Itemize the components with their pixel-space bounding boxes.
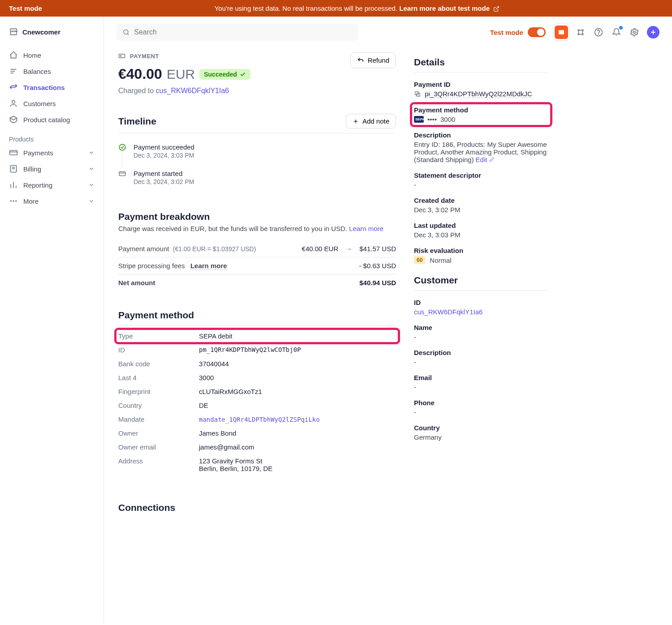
chevron-down-icon	[88, 166, 95, 172]
nav-more[interactable]: More	[0, 193, 103, 209]
customers-icon	[9, 99, 18, 108]
apps-grid-button[interactable]	[575, 27, 586, 38]
top-actions	[555, 26, 659, 39]
svg-point-4	[12, 100, 15, 103]
svg-point-22	[582, 34, 583, 35]
sepa-badge-icon: SEPA	[414, 116, 424, 123]
timeline-item: Payment succeeded Dec 3, 2024, 3:03 PM	[118, 140, 396, 166]
toggle-switch[interactable]	[528, 27, 546, 37]
search-input[interactable]	[134, 28, 352, 36]
pm-row-country: Country DE	[118, 398, 396, 412]
test-mode-banner: Test mode You're using test data. No rea…	[0, 0, 672, 17]
svg-point-33	[120, 56, 121, 57]
connections-title: Connections	[118, 502, 175, 513]
breakdown-row-net: Net amount $40.94 USD	[118, 274, 396, 291]
payment-amount: €40.00	[118, 66, 162, 82]
home-icon	[9, 51, 18, 60]
status-badge: Succeeded	[199, 69, 250, 80]
svg-point-19	[578, 30, 579, 31]
refund-button[interactable]: Refund	[350, 52, 396, 68]
chevron-down-icon	[88, 182, 95, 188]
left-column: PAYMENT €40.00 EUR Succeeded Charged to	[118, 52, 396, 515]
app-switcher-button[interactable]	[555, 26, 568, 39]
details-title: Details	[414, 57, 548, 68]
nav-balances[interactable]: Balances	[0, 63, 103, 79]
pm-row-mandate: Mandate mandate_1QRr4LDPTbhWyQ2lZSPqiLko	[118, 412, 396, 426]
nav-reporting[interactable]: Reporting	[0, 177, 103, 193]
plus-icon	[353, 118, 359, 124]
pm-row-owner-email: Owner email james@gmail.com	[118, 440, 396, 454]
nav-home[interactable]: Home	[0, 47, 103, 63]
check-circle-icon	[118, 143, 126, 151]
svg-point-15	[15, 200, 17, 201]
gear-icon	[630, 28, 639, 37]
payment-eyebrow: PAYMENT	[118, 52, 250, 60]
payment-id-link[interactable]: pi_3QRr4KDPTbhWyQ2l22MDdkJC	[425, 90, 532, 98]
notifications-button[interactable]	[611, 27, 622, 38]
nav-payments[interactable]: Payments	[0, 145, 103, 161]
nav-transactions[interactable]: Transactions	[0, 79, 103, 95]
svg-point-14	[13, 200, 14, 201]
billing-icon	[9, 164, 18, 173]
svg-line-0	[496, 7, 499, 9]
main-content: Test mode	[104, 17, 672, 623]
nav-product-catalog[interactable]: Product catalog	[0, 111, 103, 128]
pm-row-address: Address 123 Gravity Forms St Berlin, Ber…	[118, 454, 396, 475]
svg-rect-5	[10, 150, 17, 155]
details-panel: Details Payment ID pi_3QRr4KDPTbhWyQ2l22…	[414, 52, 548, 515]
plus-icon	[650, 29, 657, 36]
settings-button[interactable]	[629, 27, 640, 38]
svg-point-28	[599, 34, 599, 34]
add-note-button[interactable]: Add note	[346, 114, 396, 128]
breakdown-learn-more-link[interactable]: Learn more	[349, 225, 383, 232]
customer-section-title: Customer	[414, 275, 548, 286]
copy-icon[interactable]	[414, 90, 421, 98]
card-icon	[118, 170, 126, 178]
nav-customers[interactable]: Customers	[0, 95, 103, 111]
svg-point-29	[633, 31, 636, 34]
pencil-icon	[489, 157, 495, 162]
test-mode-toggle[interactable]: Test mode	[490, 27, 546, 37]
search-box[interactable]	[116, 24, 358, 41]
timeline-item: Payment started Dec 3, 2024, 3:02 PM	[118, 166, 396, 193]
customer-id-link[interactable]: cus_RKW6DFqklY1Ia6	[414, 308, 482, 316]
breakdown-row: Stripe processing fees Learn more - $0.6…	[118, 257, 396, 274]
help-button[interactable]	[593, 27, 604, 38]
search-icon	[123, 29, 129, 36]
workspace-selector[interactable]: Cnewcomer	[0, 24, 103, 47]
mandate-link[interactable]: mandate_1QRr4LDPTbhWyQ2lZSPqiLko	[199, 416, 320, 423]
customer-link[interactable]: cus_RKW6DFqklY1Ia6	[156, 87, 229, 94]
topbar: Test mode	[104, 17, 672, 48]
payment-icon	[118, 52, 125, 60]
create-button[interactable]	[647, 26, 659, 39]
svg-point-20	[582, 30, 583, 31]
edit-description-button[interactable]: Edit	[476, 156, 495, 163]
transactions-icon	[9, 83, 18, 92]
banner-title: Test mode	[9, 4, 42, 12]
payment-currency: EUR	[167, 67, 195, 82]
svg-point-13	[10, 200, 12, 201]
undo-icon	[357, 57, 364, 64]
breakdown-description: Charge was received in EUR, but the fund…	[118, 225, 396, 232]
balances-icon	[9, 67, 18, 76]
pm-section-title: Payment method	[118, 310, 194, 321]
payments-icon	[9, 148, 18, 157]
svg-line-17	[128, 34, 129, 35]
risk-score-badge: 60	[414, 256, 425, 264]
more-icon	[9, 197, 18, 205]
grid-icon	[577, 28, 585, 36]
svg-point-16	[124, 30, 128, 34]
svg-rect-18	[559, 30, 564, 34]
pm-row-fingerprint: Fingerprint cLUTaiRxMGGxoTz1	[118, 385, 396, 398]
fees-learn-more-link[interactable]: Learn more	[190, 262, 227, 270]
reporting-icon	[9, 180, 18, 189]
pm-row-id: ID pm_1QRr4KDPTbhWyQ2lwCOTbj0P	[118, 343, 396, 357]
banner-learn-more-link[interactable]: Learn more about test mode	[399, 4, 490, 12]
chevron-down-icon	[88, 198, 95, 204]
nav-billing[interactable]: Billing	[0, 161, 103, 177]
pm-row-owner: Owner James Bond	[118, 426, 396, 440]
charged-to: Charged to cus_RKW6DFqklY1Ia6	[118, 87, 250, 95]
catalog-icon	[9, 115, 18, 124]
pm-row-last4: Last 4 3000	[118, 371, 396, 385]
details-payment-method: Payment method SEPA •••• 3000	[411, 103, 551, 126]
